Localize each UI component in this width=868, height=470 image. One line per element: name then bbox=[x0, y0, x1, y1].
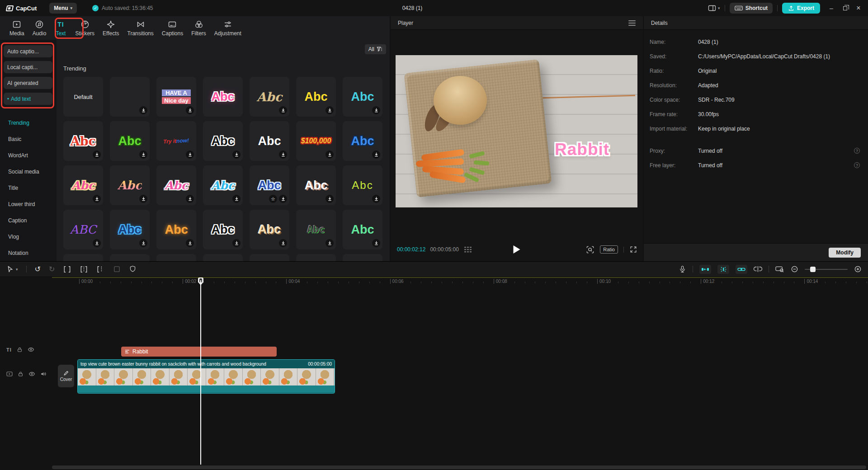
filter-all-button[interactable]: All bbox=[365, 44, 386, 54]
crop-icon[interactable] bbox=[113, 265, 121, 273]
tab-filters[interactable]: Filters bbox=[187, 19, 210, 38]
template-card[interactable]: Abc bbox=[343, 77, 382, 117]
layout-switch-button[interactable]: ▾ bbox=[708, 4, 720, 12]
download-icon[interactable] bbox=[232, 239, 241, 247]
auto-remove-gaps-toggle[interactable] bbox=[699, 265, 711, 274]
focus-icon[interactable] bbox=[586, 245, 594, 254]
text-overlay[interactable]: Rabbit bbox=[555, 140, 609, 159]
snapping-toggle[interactable] bbox=[717, 265, 729, 274]
template-card[interactable]: Abc bbox=[250, 77, 289, 117]
template-card[interactable] bbox=[63, 254, 103, 261]
export-button[interactable]: Export bbox=[782, 3, 820, 14]
template-card[interactable] bbox=[110, 77, 150, 117]
sidebar-button-auto-captio[interactable]: Auto captio... bbox=[4, 45, 52, 57]
tab-stickers[interactable]: Stickers bbox=[71, 19, 99, 38]
tab-audio[interactable]: Audio bbox=[28, 19, 51, 38]
split-icon[interactable] bbox=[63, 266, 71, 273]
template-card[interactable]: Default bbox=[63, 77, 103, 117]
cover-button[interactable]: Cover bbox=[58, 365, 74, 387]
timeline-zoom-slider[interactable] bbox=[805, 269, 848, 270]
template-card[interactable]: Abc bbox=[110, 210, 150, 249]
template-card[interactable]: Abc bbox=[110, 165, 150, 205]
sidebar-button-local-capti[interactable]: Local capti... bbox=[4, 61, 52, 73]
download-icon[interactable] bbox=[186, 239, 194, 247]
template-card[interactable]: Abc bbox=[343, 165, 382, 205]
sidebar-item-social-media[interactable]: Social media bbox=[0, 164, 57, 180]
download-icon[interactable] bbox=[186, 150, 194, 159]
download-icon[interactable] bbox=[279, 150, 287, 159]
menu-button[interactable]: Menu ▾ bbox=[49, 3, 77, 14]
linking-toggle[interactable] bbox=[736, 265, 747, 274]
fullscreen-icon[interactable] bbox=[629, 245, 637, 254]
download-icon[interactable] bbox=[232, 195, 241, 203]
template-card[interactable] bbox=[156, 254, 196, 261]
undo-button[interactable]: ↺ bbox=[35, 265, 41, 273]
sidebar-item-lower-third[interactable]: Lower third bbox=[0, 196, 57, 212]
close-button[interactable]: × bbox=[852, 0, 865, 16]
download-icon[interactable] bbox=[139, 195, 147, 203]
template-card[interactable]: Abc bbox=[110, 121, 150, 161]
template-card[interactable]: Try itnow! bbox=[156, 121, 196, 161]
lock-icon[interactable] bbox=[18, 371, 24, 377]
eye-icon[interactable] bbox=[28, 347, 34, 352]
template-card[interactable]: Abc bbox=[296, 165, 336, 205]
redo-button[interactable]: ↻ bbox=[49, 265, 55, 273]
tab-transitions[interactable]: Transitions bbox=[123, 19, 158, 38]
download-icon[interactable] bbox=[372, 106, 380, 114]
sidebar-item-basic[interactable]: Basic bbox=[0, 131, 57, 147]
sidebar-button-add-text[interactable]: ▾Add text bbox=[4, 93, 52, 105]
minimize-button[interactable]: – bbox=[825, 0, 838, 16]
template-card[interactable]: Abc bbox=[63, 121, 103, 161]
tab-effects[interactable]: Effects bbox=[99, 19, 123, 38]
template-card[interactable] bbox=[343, 254, 382, 261]
help-icon[interactable] bbox=[854, 148, 860, 154]
preview-axis-icon[interactable] bbox=[775, 265, 784, 273]
sidebar-item-title[interactable]: Title bbox=[0, 180, 57, 196]
download-icon[interactable] bbox=[93, 239, 101, 247]
template-card[interactable]: ABC bbox=[63, 210, 103, 249]
modify-button[interactable]: Modify bbox=[829, 248, 861, 258]
template-card[interactable]: Abc bbox=[296, 77, 336, 117]
help-icon[interactable] bbox=[854, 162, 860, 168]
sidebar-button-ai-generated[interactable]: AI generated bbox=[4, 77, 52, 89]
download-icon[interactable] bbox=[372, 150, 380, 159]
template-card[interactable]: Abc bbox=[203, 210, 243, 249]
playhead[interactable] bbox=[198, 277, 203, 465]
download-icon[interactable] bbox=[326, 239, 334, 247]
video-clip[interactable]: top view cute brown easter bunny rabbit … bbox=[77, 359, 335, 394]
template-card[interactable] bbox=[110, 254, 150, 261]
timeline-scrollbar[interactable] bbox=[52, 465, 866, 469]
template-card[interactable] bbox=[203, 254, 243, 261]
tab-text[interactable]: TIText bbox=[50, 19, 71, 38]
favorite-star-icon[interactable]: ☆ bbox=[269, 195, 277, 203]
zoom-slider-handle[interactable] bbox=[810, 267, 816, 272]
zoom-in-icon[interactable] bbox=[854, 265, 862, 273]
shield-icon[interactable] bbox=[129, 265, 137, 273]
template-card[interactable]: Abc☆ bbox=[250, 165, 289, 205]
sidebar-item-notation[interactable]: Notation bbox=[0, 245, 57, 261]
restore-button[interactable] bbox=[838, 0, 852, 16]
download-icon[interactable] bbox=[93, 195, 101, 203]
timeline-ruler[interactable]: 00:0000:0200:0400:0600:0800:1000:1200:14 bbox=[0, 277, 868, 287]
download-icon[interactable] bbox=[139, 150, 147, 159]
template-card[interactable]: Abc bbox=[250, 210, 289, 249]
download-icon[interactable] bbox=[186, 106, 194, 114]
download-icon[interactable] bbox=[326, 106, 334, 114]
download-icon[interactable] bbox=[372, 239, 380, 247]
template-card[interactable]: Abc bbox=[250, 121, 289, 161]
template-card[interactable] bbox=[296, 254, 336, 261]
template-card[interactable]: Abc bbox=[343, 121, 382, 161]
tab-media[interactable]: Media bbox=[5, 19, 28, 38]
split-preview-icon[interactable] bbox=[754, 266, 762, 273]
tab-captions[interactable]: Captions bbox=[158, 19, 187, 38]
template-card[interactable]: Abc bbox=[203, 77, 243, 117]
download-icon[interactable] bbox=[279, 195, 287, 203]
mute-icon[interactable] bbox=[40, 371, 47, 377]
lock-icon[interactable] bbox=[17, 347, 23, 352]
download-icon[interactable] bbox=[279, 239, 287, 247]
ratio-button[interactable]: Ratio bbox=[600, 245, 618, 254]
sidebar-item-caption[interactable]: Caption bbox=[0, 212, 57, 229]
template-card[interactable]: Abc bbox=[156, 210, 196, 249]
download-icon[interactable] bbox=[326, 150, 334, 159]
player-menu-icon[interactable] bbox=[628, 20, 636, 26]
